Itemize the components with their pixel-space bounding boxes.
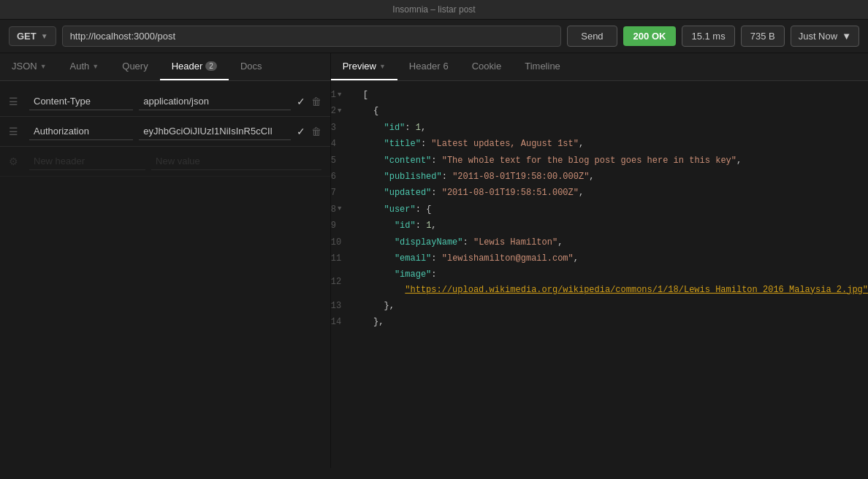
- timestamp-label: Just Now: [799, 31, 837, 42]
- tab-json[interactable]: JSON ▼: [0, 53, 58, 80]
- collapse-icon[interactable]: ▼: [338, 90, 341, 101]
- new-header-row: ⚙ New header New value: [0, 147, 330, 177]
- app-title: Insomnia – listar post: [392, 4, 475, 15]
- tab-preview-arrow-icon: ▼: [379, 63, 386, 70]
- tab-response-header[interactable]: Header 6: [397, 53, 460, 80]
- timestamp-chevron-icon: ▼: [842, 31, 851, 42]
- method-label: GET: [17, 31, 37, 42]
- new-header-name-input[interactable]: New header: [29, 153, 145, 170]
- list-item: 2▼ {: [331, 103, 868, 119]
- timestamp-button[interactable]: Just Now ▼: [791, 26, 859, 47]
- new-header-value-input[interactable]: New value: [151, 153, 321, 170]
- list-item: 10 "displayName": "Lewis Hamilton",: [331, 234, 868, 250]
- tab-auth-arrow-icon: ▼: [92, 63, 99, 70]
- collapse-icon[interactable]: ▼: [338, 204, 341, 215]
- list-item: 4 "title": "Latest updates, August 1st",: [331, 136, 868, 152]
- request-tabs: JSON ▼ Auth ▼ Query Header 2 Docs: [0, 53, 330, 81]
- check-icon[interactable]: ✓: [297, 96, 305, 107]
- tab-header[interactable]: Header 2: [160, 53, 229, 80]
- header-value-content-type[interactable]: application/json: [139, 93, 290, 110]
- tab-json-arrow-icon: ▼: [40, 63, 47, 70]
- title-bar: Insomnia – listar post: [0, 0, 868, 20]
- header-actions: ✓ 🗑: [297, 126, 321, 137]
- status-badge: 200 OK: [623, 26, 677, 46]
- list-item: 12 "image": "https://upload.wikimedia.or…: [331, 267, 868, 298]
- response-tabs: Preview ▼ Header 6 Cookie Timeline: [331, 53, 868, 81]
- method-chevron-icon: ▼: [41, 32, 48, 40]
- list-item: 13 },: [331, 298, 868, 314]
- url-input[interactable]: [62, 26, 562, 47]
- trash-icon[interactable]: 🗑: [311, 96, 321, 107]
- right-panel: Preview ▼ Header 6 Cookie Timeline 1▼ [ …: [331, 53, 868, 468]
- header-name-authorization[interactable]: Authorization: [29, 123, 133, 140]
- tab-auth[interactable]: Auth ▼: [58, 53, 111, 80]
- main-layout: JSON ▼ Auth ▼ Query Header 2 Docs ☰: [0, 53, 868, 468]
- tab-query[interactable]: Query: [110, 53, 159, 80]
- json-viewer: 1▼ [ 2▼ { 3 "id": 1, 4 "title": "Latest …: [331, 81, 868, 468]
- list-item: 11 "email": "lewishamilton@gmail.com",: [331, 250, 868, 267]
- list-item: 6 "published": "2011-08-01T19:58:00.000Z…: [331, 169, 868, 185]
- table-row: ☰ Content-Type application/json ✓ 🗑: [0, 87, 330, 117]
- list-item: 9 "id": 1,: [331, 218, 868, 234]
- drag-handle-icon[interactable]: ☰: [9, 96, 23, 107]
- table-row: ☰ Authorization eyJhbGciOiJIUzI1NiIsInR5…: [0, 117, 330, 147]
- tab-timeline[interactable]: Timeline: [513, 53, 572, 80]
- headers-table: ☰ Content-Type application/json ✓ 🗑 ☰ Au…: [0, 81, 330, 468]
- list-item: 1▼ [: [331, 87, 868, 103]
- response-time: 15.1 ms: [682, 26, 734, 47]
- collapse-icon[interactable]: ▼: [338, 106, 341, 117]
- list-item: 5 "content": "The whole text for the blo…: [331, 153, 868, 169]
- check-icon[interactable]: ✓: [297, 126, 305, 137]
- tab-preview[interactable]: Preview ▼: [331, 53, 397, 80]
- response-size: 735 B: [741, 26, 785, 47]
- method-selector[interactable]: GET ▼: [9, 26, 56, 46]
- tab-cookie[interactable]: Cookie: [460, 53, 513, 80]
- left-panel: JSON ▼ Auth ▼ Query Header 2 Docs ☰: [0, 53, 331, 468]
- drag-handle-icon[interactable]: ☰: [9, 126, 23, 137]
- list-item: 14 },: [331, 314, 868, 330]
- list-item: 3 "id": 1,: [331, 120, 868, 136]
- gear-icon: ⚙: [9, 156, 23, 167]
- list-item: 7 "updated": "2011-08-01T19:58:51.000Z",: [331, 185, 868, 201]
- header-value-authorization[interactable]: eyJhbGciOiJIUzI1NiIsInR5cCIl: [139, 123, 290, 140]
- header-name-content-type[interactable]: Content-Type: [29, 93, 133, 110]
- send-button[interactable]: Send: [567, 26, 617, 47]
- header-actions: ✓ 🗑: [297, 96, 321, 107]
- image-link[interactable]: "https://upload.wikimedia.org/wikipedia/…: [405, 285, 868, 295]
- url-bar: GET ▼ Send 200 OK 15.1 ms 735 B Just Now…: [0, 20, 868, 53]
- list-item: 8▼ "user": {: [331, 202, 868, 218]
- trash-icon[interactable]: 🗑: [311, 126, 321, 137]
- tab-docs[interactable]: Docs: [229, 53, 274, 80]
